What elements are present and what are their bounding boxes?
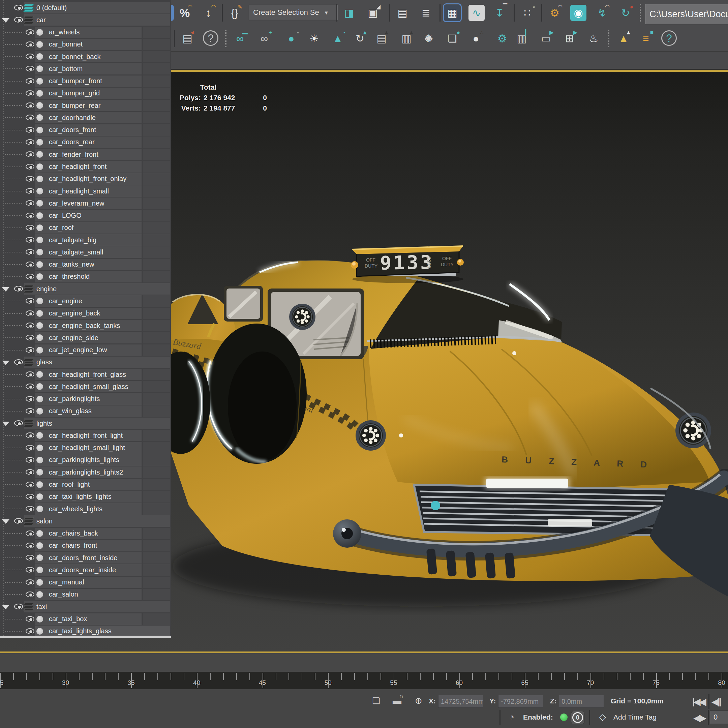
layer-stack-icon[interactable] xyxy=(24,358,33,366)
video-camera-add-icon[interactable]: ∞+ xyxy=(256,30,272,46)
object-dot-icon[interactable] xyxy=(37,616,43,622)
visibility-eye-icon[interactable] xyxy=(26,457,34,463)
object-row[interactable]: car_doors_rear xyxy=(0,136,171,148)
object-dot-icon[interactable] xyxy=(37,225,43,231)
curve-editor-icon[interactable]: ∿ xyxy=(468,5,485,21)
visibility-eye-icon[interactable] xyxy=(14,359,23,365)
object-row[interactable]: car_engine xyxy=(0,295,171,307)
object-row[interactable]: car_tailgate_small xyxy=(0,246,171,258)
layer-row[interactable]: salon xyxy=(0,515,171,527)
go-to-start-button[interactable]: |◀◀ xyxy=(692,697,705,707)
object-dot-icon[interactable] xyxy=(37,481,43,488)
visibility-eye-icon[interactable] xyxy=(26,139,34,145)
mirror-icon[interactable]: ◨ xyxy=(341,5,357,21)
layer-stack-icon[interactable] xyxy=(24,285,33,293)
layer-row[interactable]: engine xyxy=(0,283,171,295)
visibility-eye-icon[interactable] xyxy=(26,628,34,634)
expand-arrow-icon[interactable] xyxy=(2,605,9,609)
visibility-eye-icon[interactable] xyxy=(26,433,34,438)
trackbar-toggle-icon[interactable]: ◔ xyxy=(505,710,518,723)
visibility-eye-icon[interactable] xyxy=(26,298,34,304)
visibility-eye-icon[interactable] xyxy=(26,445,34,451)
visibility-eye-icon[interactable] xyxy=(26,384,34,389)
help-circle-icon[interactable]: ? xyxy=(661,30,677,46)
visibility-eye-icon[interactable] xyxy=(26,102,34,108)
object-dot-icon[interactable] xyxy=(37,213,43,219)
fire-ring-icon[interactable]: ✺ xyxy=(421,30,437,46)
visibility-eye-icon[interactable] xyxy=(26,469,34,475)
object-dot-icon[interactable] xyxy=(37,237,43,243)
light-bulb-icon[interactable]: ●▪ xyxy=(283,30,299,46)
object-dot-icon[interactable] xyxy=(37,579,43,586)
object-dot-icon[interactable] xyxy=(37,78,43,85)
compositor-icon[interactable]: ⊞▶ xyxy=(561,30,578,46)
visibility-eye-icon[interactable] xyxy=(26,396,34,402)
visibility-eye-icon[interactable] xyxy=(14,286,23,292)
object-dot-icon[interactable] xyxy=(37,261,43,268)
visibility-eye-icon[interactable] xyxy=(14,5,23,11)
object-row[interactable]: car_engine_back xyxy=(0,308,171,319)
selection-set-dropdown[interactable]: Create Selection Se▼ xyxy=(249,5,338,20)
object-dot-icon[interactable] xyxy=(37,176,43,182)
object-dot-icon[interactable] xyxy=(37,554,43,561)
object-row[interactable]: car_headlight_small_light xyxy=(0,442,171,454)
object-row[interactable]: car_tailgate_big xyxy=(0,234,171,246)
palette-icon[interactable]: ●∴ xyxy=(468,30,484,46)
object-dot-icon[interactable] xyxy=(37,628,43,635)
teapot-render-icon[interactable]: ♨ xyxy=(586,30,602,46)
visibility-eye-icon[interactable] xyxy=(26,323,34,328)
visibility-eye-icon[interactable] xyxy=(26,592,34,597)
visibility-eye-icon[interactable] xyxy=(26,54,34,59)
expand-arrow-icon[interactable] xyxy=(2,422,9,426)
spinner-snap-toggle-icon[interactable]: ↕◠ xyxy=(200,5,216,21)
percent-snap-toggle-icon[interactable]: %◠ xyxy=(177,5,193,21)
object-dot-icon[interactable] xyxy=(37,371,43,378)
visibility-eye-icon[interactable] xyxy=(26,151,34,157)
z-coordinate-field[interactable]: 0,0mm xyxy=(559,695,604,708)
layer-row[interactable]: car xyxy=(0,14,171,26)
layer-row[interactable]: taxi xyxy=(0,601,171,612)
object-dot-icon[interactable] xyxy=(37,591,43,598)
quick-render-icon[interactable]: ↯◠ xyxy=(594,5,610,21)
object-row[interactable]: car_roof_light xyxy=(0,479,171,490)
object-dot-icon[interactable] xyxy=(37,41,43,48)
y-coordinate-field[interactable]: -792,869mm xyxy=(498,695,543,708)
visibility-eye-icon[interactable] xyxy=(26,237,34,243)
object-row[interactable]: car_doors_rear_inside xyxy=(0,564,171,576)
named-selection-sets-icon[interactable]: {}✎ xyxy=(226,5,243,21)
object-row[interactable]: car_doorhandle xyxy=(0,112,171,123)
layer-stack-icon[interactable] xyxy=(24,16,33,24)
object-dot-icon[interactable] xyxy=(37,542,43,549)
x-coordinate-field[interactable]: 14725,754mm xyxy=(438,695,483,708)
visibility-eye-icon[interactable] xyxy=(26,310,34,316)
object-dot-icon[interactable] xyxy=(37,445,43,451)
object-row[interactable]: car_taxi_lights_glass xyxy=(0,626,171,637)
object-row[interactable]: car_headlight_front xyxy=(0,161,171,173)
object-row[interactable]: car_engine_back_tanks xyxy=(0,320,171,331)
object-dot-icon[interactable] xyxy=(37,530,43,537)
album-book-2-icon[interactable]: ▥▲ xyxy=(398,30,414,46)
help-document-icon[interactable]: ? xyxy=(203,30,219,46)
schematic-view-icon[interactable]: ∷▫ xyxy=(519,5,535,21)
visibility-eye-icon[interactable] xyxy=(26,531,34,536)
object-row[interactable]: car_wheels_lights xyxy=(0,503,171,515)
selection-lock-icon[interactable]: ▬∩ xyxy=(390,694,404,707)
layer-stack-icon[interactable] xyxy=(24,419,33,427)
object-row[interactable]: car_parkinglights_lights xyxy=(0,454,171,466)
visibility-eye-icon[interactable] xyxy=(26,555,34,560)
refresh-rotate-icon[interactable]: ↻▲ xyxy=(352,30,368,46)
object-row[interactable]: car_taxi_box xyxy=(0,613,171,625)
object-dot-icon[interactable] xyxy=(37,457,43,463)
object-row[interactable]: car_headlight_small xyxy=(0,185,171,197)
object-row[interactable]: ar_wheels xyxy=(0,27,171,38)
album-book-icon[interactable]: ▤▲ xyxy=(373,30,390,46)
log-list-icon[interactable]: ≡≡ xyxy=(638,30,654,46)
visibility-eye-icon[interactable] xyxy=(14,518,23,524)
visibility-eye-icon[interactable] xyxy=(26,188,34,194)
visibility-eye-icon[interactable] xyxy=(26,408,34,414)
object-row[interactable]: car_manual xyxy=(0,577,171,588)
visibility-eye-icon[interactable] xyxy=(26,335,34,340)
previous-frame-button[interactable]: ◀|| xyxy=(712,697,720,707)
object-row[interactable]: car_roof xyxy=(0,222,171,234)
object-row[interactable]: car_bonnet xyxy=(0,39,171,50)
